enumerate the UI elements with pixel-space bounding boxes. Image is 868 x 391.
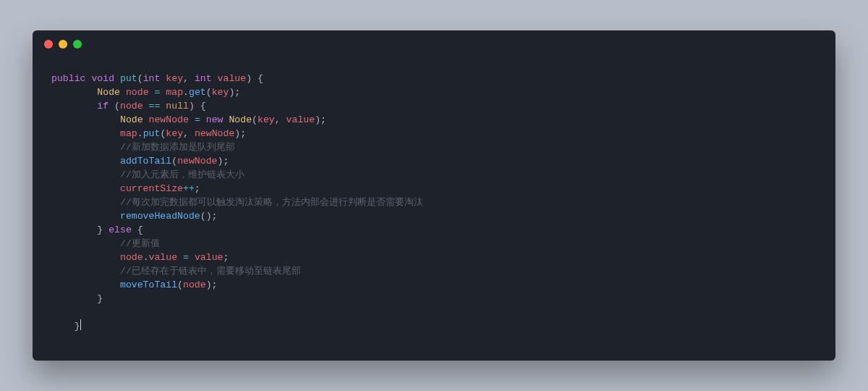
close-icon[interactable] bbox=[44, 40, 53, 49]
keyword-else: else bbox=[109, 224, 132, 235]
brace-open: { bbox=[200, 101, 206, 112]
field-value: value bbox=[149, 252, 178, 263]
semicolon: ; bbox=[195, 183, 200, 194]
call-removeheadnode: removeHeadNode bbox=[120, 211, 200, 222]
var-node: node bbox=[120, 101, 143, 112]
brace-open: { bbox=[258, 73, 263, 84]
arg-key: key bbox=[258, 114, 275, 125]
semicolon: ; bbox=[320, 114, 326, 125]
op-pp: ++ bbox=[183, 183, 195, 194]
paren-close: ) bbox=[206, 279, 212, 290]
op-eqeq: == bbox=[149, 101, 161, 112]
dot: . bbox=[137, 128, 143, 139]
semicolon: ; bbox=[240, 128, 246, 139]
var-map: map bbox=[166, 87, 183, 98]
arg-node: node bbox=[183, 279, 206, 290]
type-node: Node bbox=[97, 87, 120, 98]
comma: , bbox=[183, 73, 189, 84]
keyword-if: if bbox=[97, 101, 109, 112]
op-assign: = bbox=[154, 87, 160, 98]
var-currentsize: currentSize bbox=[120, 183, 183, 194]
param-key: key bbox=[166, 73, 183, 84]
semicolon: ; bbox=[223, 252, 229, 263]
minimize-icon[interactable] bbox=[59, 40, 67, 49]
comment: //已经存在于链表中，需要移动至链表尾部 bbox=[120, 266, 301, 277]
paren-close: ) bbox=[206, 211, 212, 222]
var-value: value bbox=[195, 252, 224, 263]
paren-close: ) bbox=[315, 114, 320, 125]
method-name-put: put bbox=[120, 73, 137, 84]
arg-newnode: newNode bbox=[195, 128, 234, 139]
call-put: put bbox=[143, 128, 161, 139]
keyword-new: new bbox=[206, 114, 224, 125]
call-addtotail: addToTail bbox=[120, 156, 171, 167]
op-assign: = bbox=[195, 114, 200, 125]
type-node: Node bbox=[229, 114, 252, 125]
comma: , bbox=[275, 114, 281, 125]
keyword-int: int bbox=[143, 73, 161, 84]
arg-key: key bbox=[166, 128, 183, 139]
keyword-int: int bbox=[195, 73, 212, 84]
var-newnode: newNode bbox=[149, 114, 189, 125]
type-node: Node bbox=[120, 114, 143, 125]
comma: , bbox=[183, 128, 189, 139]
titlebar bbox=[33, 30, 835, 58]
var-map: map bbox=[120, 128, 137, 139]
op-assign: = bbox=[183, 252, 189, 263]
semicolon: ; bbox=[234, 87, 240, 98]
arg-value: value bbox=[286, 114, 315, 125]
paren-open: ( bbox=[114, 101, 120, 112]
semicolon: ; bbox=[223, 156, 229, 167]
code-editor[interactable]: public void put(int key, int value) { No… bbox=[33, 58, 835, 346]
arg-newnode: newNode bbox=[177, 156, 217, 167]
brace-open: { bbox=[137, 224, 143, 235]
semicolon: ; bbox=[212, 211, 218, 222]
literal-null: null bbox=[166, 101, 189, 112]
paren-open: ( bbox=[252, 114, 258, 125]
semicolon: ; bbox=[212, 279, 218, 290]
param-value: value bbox=[218, 73, 247, 84]
brace-close: } bbox=[97, 293, 103, 304]
maximize-icon[interactable] bbox=[73, 40, 82, 49]
dot: . bbox=[183, 87, 189, 98]
comment: //每次加完数据都可以触发淘汰策略，方法内部会进行判断是否需要淘汰 bbox=[120, 197, 423, 208]
var-node: node bbox=[126, 87, 149, 98]
comment: //加入元素后，维护链表大小 bbox=[120, 169, 244, 180]
call-get: get bbox=[189, 87, 206, 98]
text-cursor bbox=[80, 319, 81, 330]
paren-close: ) bbox=[189, 101, 195, 112]
call-movetotail: moveToTail bbox=[120, 279, 177, 290]
code-window: public void put(int key, int value) { No… bbox=[33, 30, 835, 361]
arg-key: key bbox=[212, 87, 229, 98]
keyword-void: void bbox=[91, 73, 114, 84]
dot: . bbox=[143, 252, 149, 263]
brace-close: } bbox=[75, 321, 80, 332]
comment: //更新值 bbox=[120, 238, 160, 249]
var-node: node bbox=[120, 252, 143, 263]
keyword-public: public bbox=[51, 73, 85, 84]
paren-open: ( bbox=[171, 156, 177, 167]
brace-close: } bbox=[97, 224, 103, 235]
paren-open: ( bbox=[177, 279, 183, 290]
paren-open: ( bbox=[200, 211, 206, 222]
comment: //新加数据添加是队列尾部 bbox=[120, 142, 235, 153]
paren-open: ( bbox=[206, 87, 212, 98]
paren-close: ) bbox=[246, 73, 252, 84]
paren-open: ( bbox=[137, 73, 143, 84]
